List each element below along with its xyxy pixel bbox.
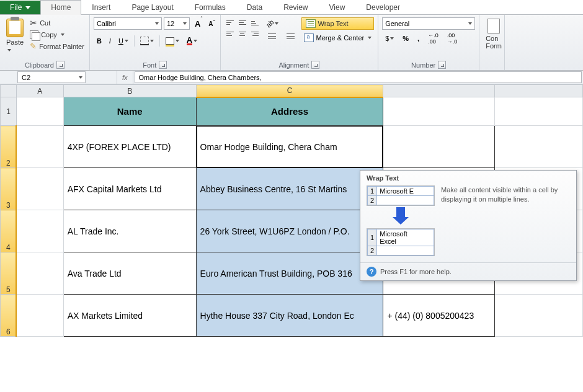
alignment-group: ab Wrap Text Merge & Center Alignment [221,15,379,70]
cell-b2[interactable]: 4XP (FOREX PLACE LTD) [63,126,196,168]
ribbon: Paste ✂Cut Copy ✎Format Painter Clipboar… [0,15,583,71]
row-header-2[interactable]: 2 [1,126,17,168]
row-header-3[interactable]: 3 [1,168,17,210]
cell-d2[interactable] [383,126,495,168]
page-layout-tab[interactable]: Page Layout [121,0,184,14]
developer-tab[interactable]: Developer [355,0,411,14]
alignment-label: Alignment [278,61,309,69]
increase-indent-button[interactable] [282,31,299,43]
align-top-button[interactable] [225,17,236,27]
select-all-corner[interactable] [1,85,17,97]
cut-button[interactable]: ✂Cut [29,17,86,29]
cell-c4[interactable]: 26 York Street, W1U6PZ London / P.O. [196,210,383,252]
row-header-6[interactable]: 6 [1,295,17,337]
cell-e2[interactable] [495,126,583,168]
number-format-combo[interactable]: General [382,17,475,30]
font-color-icon: A [187,37,192,45]
view-tab[interactable]: View [319,0,356,14]
cell-d6[interactable]: + (44) (0) 8005200423 [383,295,495,337]
bold-button[interactable]: B [94,35,105,47]
italic-button[interactable]: I [106,35,114,47]
font-label: Font [143,61,156,69]
cell-c5[interactable]: Euro American Trust Building, POB 316 [196,252,383,295]
fill-icon [166,37,174,45]
col-header-d[interactable] [383,85,495,97]
row-header-4[interactable]: 4 [1,210,17,252]
cell-a1[interactable] [16,97,63,126]
fill-color-button[interactable] [162,35,182,47]
conditional-formatting-button[interactable]: ConForm [483,17,504,51]
paste-button[interactable]: Paste [4,17,26,55]
cell-c6[interactable]: Hythe House 337 City Road, London Ec [196,295,383,337]
cell-b3[interactable]: AFX Capital Markets Ltd [63,168,196,210]
cell-c3[interactable]: Abbey Business Centre, 16 St Martins [196,168,383,210]
col-header-a[interactable]: A [16,85,63,97]
brush-icon: ✎ [30,42,37,51]
merge-center-button[interactable]: Merge & Center [301,32,375,43]
review-tab[interactable]: Review [273,0,318,14]
formulas-tab[interactable]: Formulas [184,0,236,14]
tooltip-preview-after: 1MicrosoftExcel2 [367,228,435,256]
cell-a6[interactable] [16,295,63,337]
indent-inc-icon [285,32,296,42]
indent-dec-icon [266,32,277,42]
wrap-text-button[interactable]: Wrap Text [301,17,375,30]
scissors-icon: ✂ [30,18,37,28]
cell-e6[interactable] [495,295,583,337]
decrease-decimal-button[interactable]: .00→.0 [444,32,461,45]
name-box[interactable]: C2 [17,71,86,83]
cell-c2[interactable]: Omar Hodge Building, Chera Cham [196,126,383,168]
cell-b1[interactable]: Name [63,97,196,126]
cell-c1[interactable]: Address [196,97,383,126]
alignment-launcher[interactable] [311,61,319,69]
align-middle-button[interactable] [237,17,248,27]
format-painter-button[interactable]: ✎Format Painter [29,41,86,51]
wrap-text-tooltip: Wrap Text 1Microsoft E2 1MicrosoftExcel2… [360,170,577,281]
decrease-indent-button[interactable] [263,31,280,43]
home-tab[interactable]: Home [40,0,81,15]
align-center-button[interactable] [237,29,248,38]
row-header-5[interactable]: 5 [1,252,17,295]
font-name-combo[interactable]: Calibri [94,17,162,30]
formula-bar[interactable]: Omar Hodge Building, Chera Chambers, [135,71,582,83]
align-left-button[interactable] [225,29,236,38]
align-right-button[interactable] [249,29,260,38]
font-size-combo[interactable]: 12 [164,17,190,30]
data-tab[interactable]: Data [236,0,273,14]
number-launcher[interactable] [438,61,446,69]
comma-button[interactable]: , [414,32,422,45]
col-header-b[interactable]: B [63,85,196,97]
file-tab[interactable]: File [0,1,40,14]
cell-d1[interactable] [383,97,495,126]
insert-tab[interactable]: Insert [81,0,121,14]
align-bottom-button[interactable] [249,17,260,27]
copy-button[interactable]: Copy [29,30,86,40]
clipboard-launcher[interactable] [56,61,65,69]
col-header-e[interactable] [495,85,583,97]
currency-button[interactable]: $ [382,32,397,45]
font-launcher[interactable] [159,61,167,69]
border-button[interactable] [137,35,157,47]
col-header-c[interactable]: C [196,85,383,97]
percent-button[interactable]: % [399,32,412,45]
cell-e1[interactable] [495,97,583,126]
cell-a3[interactable] [16,168,63,210]
clipboard-label: Clipboard [25,61,54,69]
grow-font-button[interactable]: A [192,17,203,30]
increase-decimal-button[interactable]: ←.0.00 [425,32,442,45]
fx-label[interactable]: fx [117,71,133,84]
cell-a2[interactable] [16,126,63,168]
cell-b5[interactable]: Ava Trade Ltd [63,252,196,295]
shrink-font-button[interactable]: A [205,17,216,30]
wrap-text-icon [306,19,316,28]
orientation-button[interactable]: ab [263,17,299,30]
row-header-1[interactable]: 1 [1,97,17,126]
border-icon [140,37,149,45]
tooltip-description: Make all content visible within a cell b… [441,185,570,205]
cell-b6[interactable]: AX Markets Limited [63,295,196,337]
font-color-button[interactable]: A [184,35,200,47]
underline-button[interactable]: U [115,35,131,47]
cell-b4[interactable]: AL Trade Inc. [63,210,196,252]
cell-a4[interactable] [16,210,63,252]
cell-a5[interactable] [16,252,63,295]
